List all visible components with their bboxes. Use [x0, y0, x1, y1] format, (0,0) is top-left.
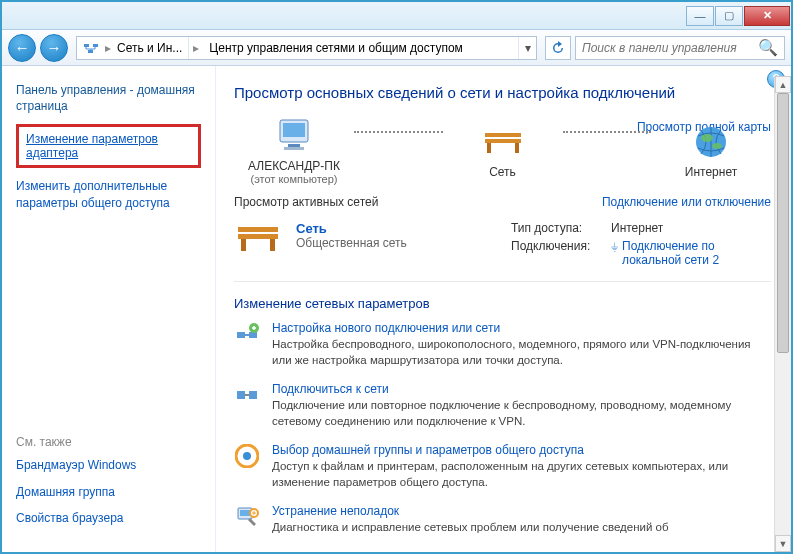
node-network: Сеть: [443, 121, 563, 179]
svg-rect-10: [515, 143, 519, 153]
svg-rect-15: [238, 234, 278, 239]
access-type-value: Интернет: [611, 221, 771, 235]
access-type-label: Тип доступа:: [511, 221, 611, 235]
navbar: ← → ▸ Сеть и Ин... ▸ Центр управления се…: [2, 30, 791, 66]
scroll-thumb[interactable]: [777, 93, 789, 353]
connection-link[interactable]: ⏚ Подключение по локальной сети 2: [611, 239, 771, 267]
svg-rect-22: [249, 391, 257, 399]
network-params-title: Изменение сетевых параметров: [234, 296, 771, 311]
address-icon: [81, 38, 101, 58]
task-troubleshoot-desc: Диагностика и исправление сетевых пробле…: [272, 520, 669, 536]
task-connect: Подключиться к сети Подключение или повт…: [234, 382, 771, 429]
task-connect-desc: Подключение или повторное подключение к …: [272, 398, 771, 429]
maximize-button[interactable]: ▢: [715, 6, 743, 26]
task-new-connection: Настройка нового подключения или сети На…: [234, 321, 771, 368]
connections-label: Подключения:: [511, 239, 611, 267]
active-networks-label: Просмотр активных сетей: [234, 195, 378, 209]
breadcrumb-seg-1[interactable]: Сеть и Ин...: [111, 37, 189, 59]
task-new-connection-link[interactable]: Настройка нового подключения или сети: [272, 321, 771, 335]
network-name-link[interactable]: Сеть: [296, 221, 327, 236]
task-homegroup-link[interactable]: Выбор домашней группы и параметров общег…: [272, 443, 771, 457]
minimize-button[interactable]: —: [686, 6, 714, 26]
globe-icon: [651, 121, 771, 163]
node-net-label: Сеть: [443, 165, 563, 179]
network-bench-icon: [234, 221, 282, 271]
node-pc: АЛЕКСАНДР-ПК (этот компьютер): [234, 115, 354, 185]
wizard-icon: [234, 321, 260, 347]
breadcrumb-seg-2[interactable]: Центр управления сетями и общим доступом: [203, 37, 518, 59]
sidebar-sharing-link[interactable]: Изменить дополнительные параметры общего…: [16, 178, 201, 210]
scroll-down-button[interactable]: ▼: [775, 535, 791, 552]
main-content: ? Просмотр основных сведений о сети и на…: [216, 66, 791, 552]
task-connect-link[interactable]: Подключиться к сети: [272, 382, 771, 396]
titlebar: — ▢ ✕: [2, 2, 791, 30]
ethernet-icon: ⏚: [611, 239, 618, 253]
see-also-label: См. также: [16, 435, 201, 449]
svg-rect-5: [288, 144, 300, 147]
connect-icon: [234, 382, 260, 408]
see-also-firewall[interactable]: Брандмауэр Windows: [16, 457, 201, 473]
node-internet: Интернет: [651, 121, 771, 179]
svg-rect-14: [238, 227, 278, 232]
svg-rect-21: [237, 391, 245, 399]
svg-rect-17: [270, 239, 275, 251]
scroll-up-button[interactable]: ▲: [775, 76, 791, 93]
connect-disconnect-link[interactable]: Подключение или отключение: [602, 195, 771, 209]
see-also-browser[interactable]: Свойства браузера: [16, 510, 201, 526]
svg-point-12: [701, 134, 713, 142]
svg-rect-8: [485, 139, 521, 143]
address-dropdown[interactable]: ▾: [518, 37, 536, 59]
search-box[interactable]: 🔍: [575, 36, 785, 60]
task-homegroup-desc: Доступ к файлам и принтерам, расположенн…: [272, 459, 771, 490]
back-button[interactable]: ←: [8, 34, 36, 62]
svg-point-24: [243, 452, 251, 460]
sidebar-home-link[interactable]: Панель управления - домашняя страница: [16, 82, 201, 114]
homegroup-icon: [234, 443, 260, 469]
node-pc-label: АЛЕКСАНДР-ПК: [234, 159, 354, 173]
svg-rect-9: [487, 143, 491, 153]
active-network-block: Сеть Общественная сеть Тип доступа: Инте…: [234, 217, 771, 282]
task-new-connection-desc: Настройка беспроводного, широкополосного…: [272, 337, 771, 368]
page-title: Просмотр основных сведений о сети и наст…: [234, 84, 771, 101]
see-also-homegroup[interactable]: Домашняя группа: [16, 484, 201, 500]
network-map: АЛЕКСАНДР-ПК (этот компьютер) Сеть Интер…: [234, 115, 771, 185]
task-troubleshoot: Устранение неполадок Диагностика и испра…: [234, 504, 771, 536]
sidebar-adapter-link[interactable]: Изменение параметров адаптера: [16, 124, 201, 168]
svg-point-13: [712, 143, 722, 149]
svg-rect-7: [485, 133, 521, 137]
svg-rect-19: [249, 332, 257, 338]
close-button[interactable]: ✕: [744, 6, 790, 26]
scrollbar[interactable]: ▲ ▼: [774, 76, 791, 552]
svg-rect-26: [240, 510, 250, 516]
bench-icon: [443, 121, 563, 163]
address-bar[interactable]: ▸ Сеть и Ин... ▸ Центр управления сетями…: [76, 36, 537, 60]
svg-rect-6: [284, 147, 304, 150]
task-troubleshoot-link[interactable]: Устранение неполадок: [272, 504, 669, 518]
node-inet-label: Интернет: [651, 165, 771, 179]
svg-rect-1: [93, 44, 98, 47]
task-homegroup: Выбор домашней группы и параметров общег…: [234, 443, 771, 490]
refresh-button[interactable]: [545, 36, 571, 60]
search-input[interactable]: [582, 41, 758, 55]
svg-rect-16: [241, 239, 246, 251]
forward-button[interactable]: →: [40, 34, 68, 62]
network-type-label: Общественная сеть: [296, 236, 407, 250]
svg-rect-4: [283, 123, 305, 137]
svg-rect-0: [84, 44, 89, 47]
sidebar: Панель управления - домашняя страница Из…: [2, 66, 216, 552]
node-pc-sub: (этот компьютер): [234, 173, 354, 185]
svg-rect-18: [237, 332, 245, 338]
search-icon: 🔍: [758, 38, 778, 57]
computer-icon: [234, 115, 354, 157]
troubleshoot-icon: [234, 504, 260, 530]
